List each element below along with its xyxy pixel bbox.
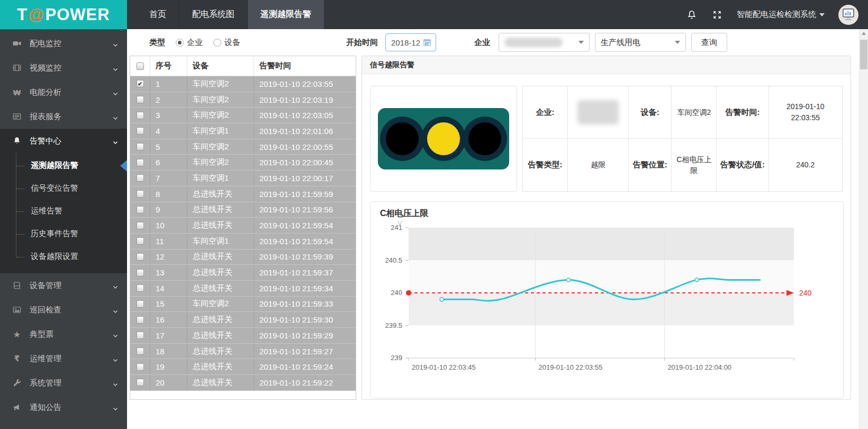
table-row[interactable]: 6 车间空调2 2019-01-10 22:00:45	[130, 155, 356, 171]
row-device: 总进线开关	[187, 265, 254, 280]
nav-tab-0[interactable]: 首页	[137, 0, 179, 29]
sidebar-item-9[interactable]: 系统管理	[0, 371, 127, 395]
row-checkbox[interactable]	[137, 190, 144, 198]
megaphone-icon	[12, 402, 22, 413]
table-row[interactable]: 11 车间空调1 2019-01-10 21:59:54	[130, 234, 356, 249]
row-checkbox[interactable]	[137, 143, 144, 150]
submenu-item-0[interactable]: 遥测越限告警	[0, 154, 127, 177]
row-checkbox[interactable]	[137, 237, 144, 245]
sidebar-item-6[interactable]: 巡回检查	[0, 298, 127, 322]
row-checkbox[interactable]	[137, 347, 144, 355]
row-time: 2019-01-10 21:59:22	[254, 375, 356, 390]
row-checkbox[interactable]	[137, 284, 144, 292]
row-checkbox[interactable]	[137, 316, 144, 324]
row-checkbox[interactable]	[137, 206, 144, 213]
table-row[interactable]: 13 总进线开关 2019-01-10 21:59:37	[130, 265, 356, 281]
row-checkbox[interactable]	[137, 174, 144, 182]
table-row[interactable]: ✔ 1 车间空调2 2019-01-10 22:03:55	[130, 76, 356, 92]
start-time-input[interactable]	[390, 38, 423, 48]
table-row[interactable]: 4 车间空调1 2019-01-10 22:01:06	[130, 123, 356, 139]
brand-logo-power: POWER	[46, 5, 110, 24]
row-checkbox-cell	[130, 171, 150, 186]
row-checkbox-cell	[130, 359, 150, 374]
row-time: 2019-01-10 21:59:54	[254, 218, 356, 233]
submenu-item-label: 运维告警	[31, 206, 62, 216]
submenu-item-4[interactable]: 设备越限设置	[0, 245, 127, 268]
notification-bell-icon[interactable]	[686, 9, 698, 21]
select-all-checkbox[interactable]	[137, 62, 144, 70]
table-row[interactable]: 18 总进线开关 2019-01-10 21:59:27	[130, 344, 356, 360]
table-row[interactable]: 15 车间空调2 2019-01-10 21:59:33	[130, 297, 356, 312]
submenu-item-3[interactable]: 历史事件告警	[0, 222, 127, 245]
sidebar-item-3[interactable]: 报表服务	[0, 104, 127, 129]
chevron-down-icon	[112, 380, 117, 386]
table-row[interactable]: 8 总进线开关 2019-01-10 21:59:59	[130, 186, 356, 202]
table-row[interactable]: 3 车间空调2 2019-01-10 22:03:05	[130, 108, 356, 123]
enterprise-select[interactable]	[499, 33, 590, 52]
table-row[interactable]: 17 总进线开关 2019-01-10 21:59:29	[130, 328, 356, 344]
row-checkbox[interactable]	[137, 363, 144, 371]
nav-tab-2[interactable]: 遥测越限告警	[247, 0, 324, 29]
system-title-dropdown[interactable]: 智能配电运检检测系统	[737, 10, 825, 20]
row-checkbox[interactable]	[137, 159, 144, 166]
nav-tab-1[interactable]: 配电系统图	[179, 0, 247, 29]
row-checkbox[interactable]: ✔	[137, 80, 144, 87]
row-checkbox[interactable]	[137, 332, 144, 339]
row-time: 2019-01-10 21:59:33	[254, 297, 356, 312]
submenu-item-label: 信号变位告警	[31, 183, 78, 193]
row-checkbox[interactable]	[137, 222, 144, 229]
row-checkbox[interactable]	[137, 269, 144, 276]
sidebar-item-5[interactable]: 设备管理	[0, 273, 127, 298]
sidebar-group-3: 报表服务	[0, 104, 127, 129]
row-checkbox[interactable]	[137, 127, 144, 135]
row-checkbox-cell	[130, 281, 150, 296]
submenu-item-1[interactable]: 信号变位告警	[0, 177, 127, 200]
table-row[interactable]: 2 车间空调2 2019-01-10 22:03:19	[130, 92, 356, 108]
star-icon: ★	[12, 329, 22, 339]
row-checkbox-cell	[130, 186, 150, 202]
table-row[interactable]: 7 车间空调1 2019-01-10 22:00:17	[130, 171, 356, 186]
row-time: 2019-01-10 21:59:56	[254, 202, 356, 218]
traffic-light-bulb-0	[386, 122, 419, 155]
sidebar-item-8[interactable]: ₹ 运维管理	[0, 346, 127, 371]
submenu-item-2[interactable]: 运维告警	[0, 200, 127, 222]
sidebar-item-10[interactable]: 通知公告	[0, 395, 127, 419]
table-row[interactable]: 19 总进线开关 2019-01-10 21:59:24	[130, 359, 356, 375]
scrollbar-thumb[interactable]	[860, 40, 867, 69]
calendar-icon[interactable]	[423, 38, 431, 47]
scrollbar-up-arrow[interactable]	[860, 29, 868, 38]
sidebar-item-7[interactable]: ★ 典型票	[0, 322, 127, 346]
row-checkbox[interactable]	[137, 112, 144, 119]
query-button[interactable]: 查询	[691, 33, 727, 52]
fullscreen-icon[interactable]	[711, 9, 723, 21]
sidebar-item-2[interactable]: ₩ 电能分析	[0, 80, 127, 104]
radio-enterprise[interactable]: 企业	[176, 38, 203, 48]
table-row[interactable]: 5 车间空调2 2019-01-10 22:00:55	[130, 139, 356, 155]
table-row[interactable]: 14 总进线开关 2019-01-10 21:59:34	[130, 281, 356, 297]
alarm-info-table: 企业:设备:车间空调2告警时间:2019-01-10 22:03:55告警类型:…	[522, 86, 843, 192]
avatar[interactable]	[838, 5, 858, 25]
chevron-down-icon	[819, 13, 825, 16]
sidebar-item-label: 系统管理	[30, 378, 61, 388]
table-row[interactable]: 12 总进线开关 2019-01-10 21:59:39	[130, 249, 356, 265]
info-value-2: 2019-01-10 22:03:55	[769, 86, 843, 139]
sidebar-item-1[interactable]: 视频监控	[0, 56, 127, 80]
row-checkbox[interactable]	[137, 96, 144, 103]
sidebar-item-4[interactable]: 告警中心	[0, 129, 127, 153]
table-row[interactable]: 10 总进线开关 2019-01-10 21:59:54	[130, 218, 356, 234]
row-checkbox[interactable]	[137, 253, 144, 261]
signal-alarm-panel: 信号越限告警 企业:设备:车间空调2告警时间:2019-01-10 22:03:…	[361, 56, 851, 400]
table-row[interactable]: 16 总进线开关 2019-01-10 21:59:30	[130, 312, 356, 328]
row-no: 2	[150, 92, 187, 108]
row-time: 2019-01-10 21:59:37	[254, 265, 356, 280]
table-row[interactable]: 20 总进线开关 2019-01-10 21:59:22	[130, 375, 356, 391]
line-select[interactable]: 生产线用电	[595, 33, 686, 52]
chevron-down-icon	[112, 90, 117, 95]
table-row[interactable]: 9 总进线开关 2019-01-10 21:59:56	[130, 202, 356, 218]
sidebar-item-0[interactable]: 配电监控	[0, 31, 127, 56]
row-no: 13	[150, 265, 187, 280]
radio-device[interactable]: 设备	[213, 38, 240, 48]
row-checkbox[interactable]	[137, 300, 144, 308]
row-checkbox[interactable]	[137, 379, 144, 386]
row-no: 19	[150, 359, 187, 374]
